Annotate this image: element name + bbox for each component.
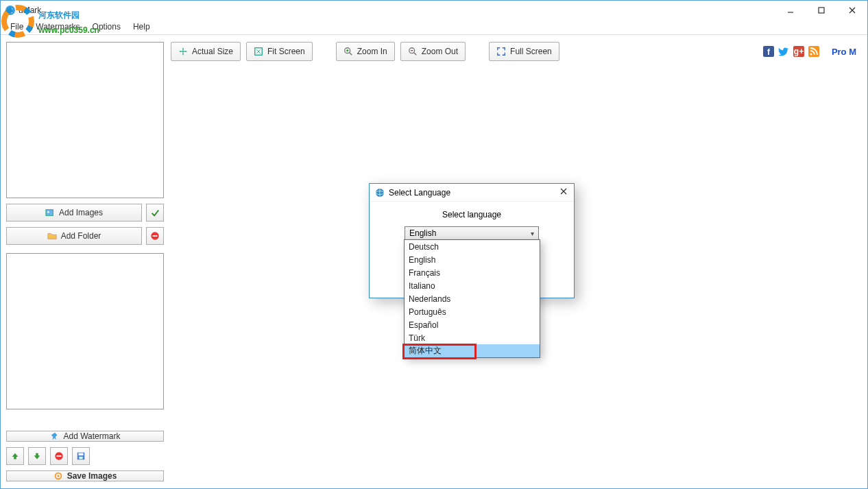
menu-help[interactable]: Help: [128, 21, 156, 33]
dialog-titlebar: Select Language: [370, 184, 574, 202]
save-images-label: Save Images: [67, 471, 117, 481]
zoom-in-button[interactable]: Zoom In: [336, 42, 395, 61]
delete-watermark-button[interactable]: [50, 447, 68, 465]
svg-rect-6: [46, 210, 53, 216]
fit-screen-button[interactable]: Fit Screen: [246, 42, 313, 61]
watermark-list-panel: [6, 253, 164, 409]
svg-rect-23: [808, 46, 819, 57]
zoom-in-label: Zoom In: [357, 47, 387, 56]
save-watermark-button[interactable]: [72, 447, 90, 465]
pin-icon: [50, 431, 60, 441]
actual-size-label: Actual Size: [192, 47, 233, 56]
check-icon: [150, 208, 160, 217]
language-selected: English: [409, 228, 436, 238]
language-option-selected[interactable]: 简体中文: [405, 344, 540, 357]
add-folder-button[interactable]: Add Folder: [6, 227, 142, 245]
language-option[interactable]: Français: [405, 266, 540, 279]
menu-watermarks[interactable]: Watermarks: [30, 21, 85, 33]
language-option[interactable]: Deutsch: [405, 240, 540, 253]
language-option[interactable]: Português: [405, 305, 540, 318]
add-watermark-label: Add Watermark: [64, 431, 121, 441]
language-option[interactable]: Italiano: [405, 279, 540, 292]
add-images-button[interactable]: Add Images: [6, 204, 142, 222]
confirm-images-button[interactable]: [146, 204, 164, 222]
arrow-up-icon: [10, 451, 20, 461]
svg-rect-26: [57, 455, 62, 457]
menu-options[interactable]: Options: [87, 21, 126, 33]
title-bar: u uMark: [1, 1, 867, 19]
language-option[interactable]: Türk: [405, 331, 540, 344]
disk-icon: [76, 451, 86, 461]
maximize-button[interactable]: [806, 1, 836, 19]
dialog-label: Select language: [383, 210, 560, 219]
remove-folder-button[interactable]: [146, 227, 164, 245]
full-screen-icon: [496, 47, 506, 56]
dialog-close-button[interactable]: [559, 187, 568, 198]
full-screen-label: Full Screen: [510, 47, 552, 56]
folder-icon: [47, 231, 57, 241]
svg-line-17: [413, 53, 416, 56]
image-list-panel: [6, 42, 164, 198]
svg-line-13: [349, 53, 352, 56]
zoom-in-icon: [343, 47, 353, 56]
language-option[interactable]: Nederlands: [405, 292, 540, 305]
full-screen-button[interactable]: Full Screen: [489, 42, 559, 61]
rss-icon[interactable]: [808, 46, 819, 57]
svg-rect-9: [153, 235, 158, 237]
fit-screen-icon: [254, 47, 263, 56]
svg-rect-28: [79, 453, 84, 456]
add-watermark-button[interactable]: Add Watermark: [6, 431, 164, 442]
move-down-button[interactable]: [28, 447, 46, 465]
minimize-button[interactable]: [775, 1, 806, 19]
fit-screen-label: Fit Screen: [267, 47, 305, 56]
language-option[interactable]: Español: [405, 318, 540, 331]
actual-size-button[interactable]: Actual Size: [171, 42, 241, 61]
zoom-out-icon: [408, 47, 418, 56]
svg-rect-29: [79, 457, 82, 460]
menu-file[interactable]: File: [5, 21, 29, 33]
app-icon: u: [5, 5, 16, 16]
svg-rect-3: [819, 8, 824, 13]
images-icon: [45, 208, 55, 217]
move-up-button[interactable]: [6, 447, 24, 465]
actual-size-icon: [178, 47, 188, 56]
twitter-icon[interactable]: [778, 46, 789, 57]
arrow-down-icon: [32, 451, 42, 461]
add-images-label: Add Images: [59, 208, 103, 217]
googleplus-icon[interactable]: g+: [793, 46, 804, 57]
facebook-icon[interactable]: f: [763, 46, 774, 57]
close-button[interactable]: [836, 1, 867, 19]
save-images-button[interactable]: Save Images: [6, 470, 164, 481]
zoom-out-button[interactable]: Zoom Out: [400, 42, 466, 61]
menu-bar: File Watermarks Options Help: [1, 19, 867, 34]
language-option[interactable]: English: [405, 253, 540, 266]
svg-point-31: [57, 475, 59, 477]
pro-link[interactable]: Pro M: [832, 47, 856, 57]
gear-icon: [53, 471, 63, 481]
add-folder-label: Add Folder: [61, 231, 101, 241]
delete-icon: [54, 451, 64, 461]
zoom-out-label: Zoom Out: [422, 47, 458, 56]
dialog-title: Select Language: [389, 188, 450, 198]
svg-text:g+: g+: [794, 47, 804, 56]
svg-point-24: [810, 53, 812, 56]
svg-point-7: [47, 211, 49, 213]
window-title: uMark: [19, 5, 41, 15]
globe-icon: [375, 188, 385, 198]
language-combobox[interactable]: English: [405, 226, 539, 240]
svg-point-10: [182, 51, 184, 53]
remove-icon: [150, 231, 160, 241]
language-dropdown: Deutsch English Français Italiano Nederl…: [404, 239, 540, 358]
close-icon: [559, 187, 568, 196]
svg-text:u: u: [8, 5, 13, 15]
